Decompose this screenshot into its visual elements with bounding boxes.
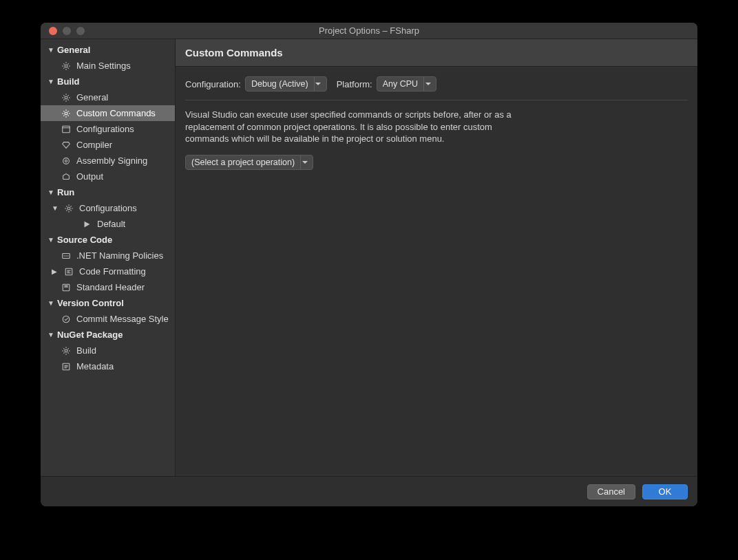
sidebar-item-custom-commands[interactable]: Custom Commands xyxy=(41,105,175,121)
svg-point-10 xyxy=(63,316,70,323)
operation-value: (Select a project operation) xyxy=(191,158,295,167)
sidebar-item-output[interactable]: Output xyxy=(41,169,175,184)
sidebar-item-main-settings[interactable]: Main Settings xyxy=(41,58,175,74)
window-body: ▼ General Main Settings ▼ Build General … xyxy=(41,39,697,476)
disclosure-triangle-icon: ▼ xyxy=(48,46,54,54)
checkmark-circle-icon xyxy=(61,314,71,324)
disclosure-triangle-icon: ▼ xyxy=(48,78,54,85)
sidebar-item-label: Configurations xyxy=(79,203,137,213)
naming-icon xyxy=(61,251,71,261)
sidebar-category-label: NuGet Package xyxy=(57,330,123,340)
sidebar-item-label: Assembly Signing xyxy=(76,155,147,166)
svg-point-2 xyxy=(65,112,67,115)
sidebar-item-compiler[interactable]: Compiler xyxy=(41,137,175,153)
content-pane: Custom Commands Configuration: Debug (Ac… xyxy=(176,39,697,476)
sidebar-category-run[interactable]: ▼ Run xyxy=(41,184,175,200)
sidebar-category-nuget[interactable]: ▼ NuGet Package xyxy=(41,327,175,343)
configurations-icon xyxy=(61,125,71,134)
sidebar-item-code-formatting[interactable]: ▶ Code Formatting xyxy=(41,263,175,279)
disclosure-triangle-icon: ▼ xyxy=(48,236,54,244)
titlebar: Project Options – FSharp xyxy=(41,23,697,39)
play-icon xyxy=(82,219,92,229)
config-row: Configuration: Debug (Active) Platform: … xyxy=(185,76,688,91)
sidebar-item-build-general[interactable]: General xyxy=(41,89,175,105)
sidebar-item-run-configurations[interactable]: ▼ Configurations xyxy=(41,200,175,216)
gear-icon xyxy=(61,93,71,103)
dropdown-caret-icon xyxy=(300,155,308,169)
sidebar-category-label: Source Code xyxy=(57,235,112,245)
svg-point-6 xyxy=(67,207,70,210)
configuration-label: Configuration: xyxy=(185,79,241,89)
sidebar-item-label: Configurations xyxy=(76,124,134,134)
sidebar-item-label: Output xyxy=(76,171,103,182)
gear-icon xyxy=(61,61,71,71)
sidebar-item-label: Compiler xyxy=(76,140,112,150)
project-options-window: Project Options – FSharp ▼ General Main … xyxy=(41,23,697,506)
disclosure-triangle-icon: ▶ xyxy=(52,268,59,275)
svg-point-11 xyxy=(65,349,67,352)
sidebar-category-label: Version Control xyxy=(57,298,124,308)
sidebar-item-label: Custom Commands xyxy=(76,108,156,118)
gear-icon xyxy=(61,109,71,118)
button-label: Cancel xyxy=(598,486,625,497)
disclosure-triangle-icon: ▼ xyxy=(52,204,59,212)
sidebar-category-label: Build xyxy=(57,76,80,87)
header-icon xyxy=(61,283,71,292)
svg-point-4 xyxy=(63,158,70,164)
sidebar-item-label: Standard Header xyxy=(76,282,145,292)
sidebar-category-general[interactable]: ▼ General xyxy=(41,42,175,58)
svg-rect-3 xyxy=(63,126,70,133)
dropdown-caret-icon xyxy=(314,77,322,91)
sidebar-item-label: Metadata xyxy=(76,361,114,371)
footer: Cancel OK xyxy=(41,476,697,506)
sidebar-item-commit-message-style[interactable]: Commit Message Style xyxy=(41,311,175,327)
compiler-icon xyxy=(61,140,71,150)
sidebar-category-label: Run xyxy=(57,187,74,197)
operation-dropdown[interactable]: (Select a project operation) xyxy=(185,155,313,170)
description-text: Visual Studio can execute user specified… xyxy=(185,109,516,145)
sidebar-category-source-code[interactable]: ▼ Source Code xyxy=(41,232,175,248)
sidebar-category-build[interactable]: ▼ Build xyxy=(41,74,175,89)
sidebar-item-nuget-build[interactable]: Build xyxy=(41,343,175,358)
signing-icon xyxy=(61,156,71,166)
sidebar-item-naming-policies[interactable]: .NET Naming Policies xyxy=(41,248,175,263)
configuration-dropdown[interactable]: Debug (Active) xyxy=(245,76,327,91)
cancel-button[interactable]: Cancel xyxy=(587,484,635,499)
sidebar-item-label: Default xyxy=(97,219,125,229)
sidebar-item-nuget-metadata[interactable]: Metadata xyxy=(41,358,175,374)
ok-button[interactable]: OK xyxy=(642,484,688,499)
sidebar-category-label: General xyxy=(57,45,90,55)
sidebar-item-label: .NET Naming Policies xyxy=(76,250,163,261)
sidebar-item-configurations[interactable]: Configurations xyxy=(41,121,175,137)
platform-label: Platform: xyxy=(337,79,372,89)
divider xyxy=(185,100,688,100)
configuration-value: Debug (Active) xyxy=(251,79,308,89)
sidebar: ▼ General Main Settings ▼ Build General … xyxy=(41,39,176,476)
disclosure-triangle-icon: ▼ xyxy=(48,299,54,307)
svg-point-1 xyxy=(65,96,67,99)
gear-icon xyxy=(61,346,71,356)
sidebar-item-label: Build xyxy=(76,345,96,356)
platform-dropdown[interactable]: Any CPU xyxy=(377,76,436,91)
sidebar-item-run-default[interactable]: Default xyxy=(41,216,175,232)
content-heading-label: Custom Commands xyxy=(185,47,283,58)
metadata-icon xyxy=(61,362,71,371)
gear-icon xyxy=(64,204,74,213)
disclosure-triangle-icon: ▼ xyxy=(48,189,54,196)
disclosure-triangle-icon: ▼ xyxy=(48,331,54,338)
sidebar-item-assembly-signing[interactable]: Assembly Signing xyxy=(41,153,175,169)
dropdown-caret-icon xyxy=(423,77,432,91)
operation-select-row: (Select a project operation) xyxy=(185,155,688,170)
platform-value: Any CPU xyxy=(383,79,418,89)
sidebar-item-label: Commit Message Style xyxy=(76,314,169,324)
sidebar-item-label: Main Settings xyxy=(76,61,131,71)
sidebar-item-label: Code Formatting xyxy=(79,266,146,277)
sidebar-category-version-control[interactable]: ▼ Version Control xyxy=(41,295,175,311)
content-heading: Custom Commands xyxy=(176,39,697,67)
formatting-icon xyxy=(64,267,74,277)
svg-point-5 xyxy=(65,160,67,162)
svg-point-0 xyxy=(65,65,67,67)
output-icon xyxy=(61,172,71,182)
window-title: Project Options – FSharp xyxy=(41,25,697,36)
sidebar-item-standard-header[interactable]: Standard Header xyxy=(41,279,175,295)
